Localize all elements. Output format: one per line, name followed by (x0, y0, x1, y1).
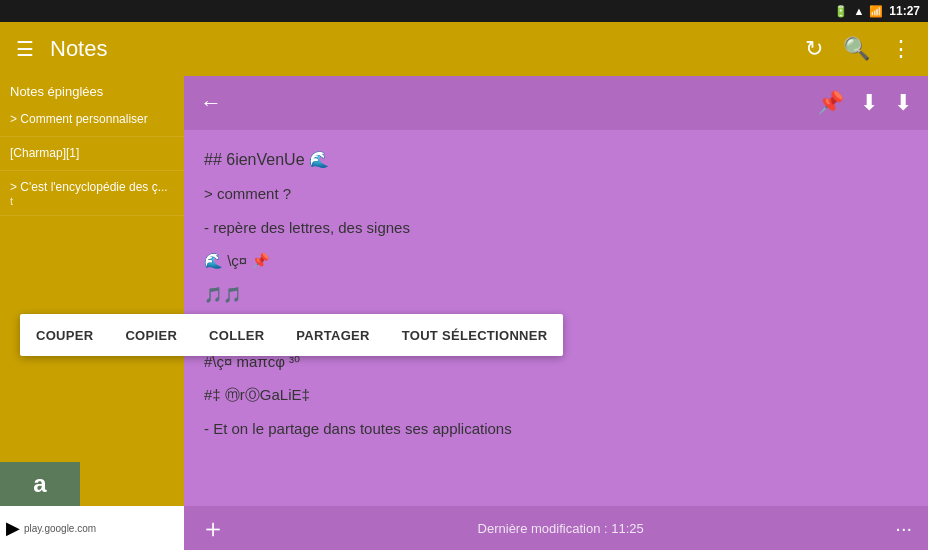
battery-icon: 🔋 (834, 5, 848, 18)
context-paste[interactable]: COLLER (193, 314, 280, 356)
list-item[interactable]: [Charmap][1] (0, 137, 184, 171)
note-item-text: > C'est l'encyclopédie des ç... (10, 179, 174, 196)
play-store-bar[interactable]: ▶ play.google.com (0, 506, 184, 550)
main-content: Notes épinglées > Comment personnaliser … (0, 76, 928, 550)
list-item[interactable]: > Comment personnaliser (0, 103, 184, 137)
notes-sidebar: Notes épinglées > Comment personnaliser … (0, 76, 184, 550)
pin-icon[interactable]: 📌 (817, 90, 844, 116)
status-time: 11:27 (889, 4, 920, 18)
share-icon[interactable]: ⬇ (894, 90, 912, 116)
status-bar: 🔋 ▲ 📶 11:27 (0, 0, 928, 22)
note-item-text: > Comment personnaliser (10, 111, 174, 128)
status-icons: 🔋 ▲ 📶 (834, 5, 883, 18)
app-title: Notes (50, 36, 789, 62)
note-line-5: 🎵🎵 (204, 282, 908, 308)
note-footer: ＋ Dernière modification : 11:25 ··· (184, 506, 928, 550)
footer-timestamp: Dernière modification : 11:25 (226, 521, 895, 536)
editor-toolbar: ← 📌 ⬇ ⬇ (184, 76, 928, 130)
context-copy[interactable]: COPIER (109, 314, 193, 356)
back-icon[interactable]: ← (200, 90, 222, 116)
note-item-sub: t (10, 195, 174, 207)
list-item[interactable]: > C'est l'encyclopédie des ç... t (0, 171, 184, 217)
context-cut[interactable]: COUPER (20, 314, 109, 356)
note-item-text: [Charmap][1] (10, 145, 174, 162)
play-store-icon: ▶ (6, 517, 20, 539)
keyboard-letter: a (33, 470, 46, 498)
more-icon[interactable]: ⋮ (886, 32, 916, 66)
footer-more-icon[interactable]: ··· (895, 517, 912, 540)
note-line-3: - repère des lettres, des signes (204, 215, 908, 241)
note-editor: ← 📌 ⬇ ⬇ ## 6ienVenUe 🌊 > comment ? - rep… (184, 76, 928, 550)
signal-icon: 📶 (869, 5, 883, 18)
add-icon[interactable]: ＋ (200, 511, 226, 546)
note-line-2: > comment ? (204, 181, 908, 207)
editor-toolbar-right: 📌 ⬇ ⬇ (817, 90, 912, 116)
search-icon[interactable]: 🔍 (839, 32, 874, 66)
note-line-9: - Et on le partage dans toutes ses appli… (204, 416, 908, 442)
refresh-icon[interactable]: ↻ (801, 32, 827, 66)
context-select-all[interactable]: TOUT SÉLECTIONNER (386, 314, 564, 356)
pinned-header: Notes épinglées (0, 76, 184, 103)
context-menu: COUPER COPIER COLLER PARTAGER TOUT SÉLEC… (20, 314, 563, 356)
app-toolbar: ☰ Notes ↻ 🔍 ⋮ (0, 22, 928, 76)
note-line-4: 🌊 \ç¤ 📌 (204, 248, 908, 274)
play-store-url: play.google.com (24, 523, 96, 534)
note-line-8: #‡ ⓜrⓄGaLiE‡ (204, 382, 908, 408)
menu-icon[interactable]: ☰ (12, 33, 38, 65)
wifi-icon: ▲ (853, 5, 864, 17)
keyboard-hint: a (0, 462, 80, 506)
download-icon[interactable]: ⬇ (860, 90, 878, 116)
context-share[interactable]: PARTAGER (280, 314, 385, 356)
note-line-1: ## 6ienVenUe 🌊 (204, 146, 908, 173)
